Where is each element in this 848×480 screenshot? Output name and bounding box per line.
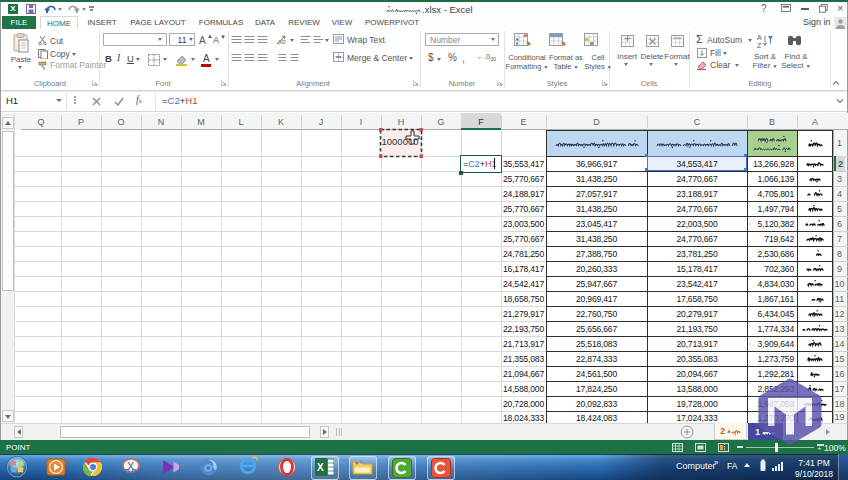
svg-text:X: X	[317, 462, 324, 473]
svg-text:A: A	[757, 34, 762, 41]
svg-text:ab: ab	[278, 38, 286, 45]
svg-text:Z: Z	[757, 42, 762, 49]
